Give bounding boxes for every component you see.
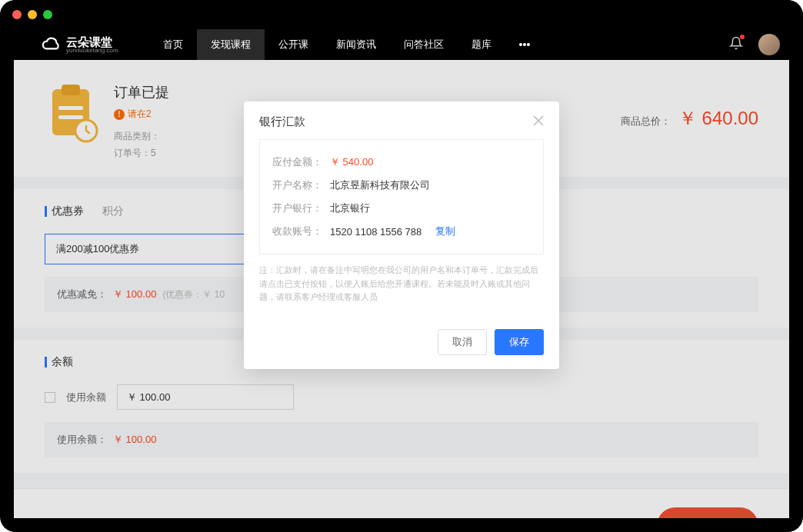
bank-transfer-modal: 银行汇款 应付金额： ￥ 540.00 开户名称： 北京昱新科技有限公司	[244, 101, 559, 369]
account-name-label: 开户名称：	[272, 178, 322, 192]
window-titlebar	[0, 0, 803, 29]
nav-home[interactable]: 首页	[149, 29, 197, 60]
logo[interactable]: 云朵课堂 yunduoketang.com	[42, 35, 118, 55]
app-header: 云朵课堂 yunduoketang.com 首页 发现课程 公开课 新闻资讯 问…	[0, 29, 803, 60]
window-close[interactable]	[12, 10, 22, 19]
modal-note: 注：汇款时，请在备注中写明您在我公司的用户名和本订单号，汇款完成后请点击已支付按…	[259, 264, 544, 304]
amount-value: ￥ 540.00	[330, 155, 373, 169]
logo-subtext: yunduoketang.com	[66, 48, 118, 54]
nav-news[interactable]: 新闻资讯	[322, 29, 390, 60]
amount-label: 应付金额：	[272, 155, 322, 169]
notifications-icon[interactable]	[729, 36, 743, 53]
copy-link[interactable]: 复制	[435, 224, 455, 238]
bank-value: 北京银行	[330, 201, 370, 215]
modal-title: 银行汇款	[259, 115, 305, 129]
bank-info-box: 应付金额： ￥ 540.00 开户名称： 北京昱新科技有限公司 开户银行： 北京…	[259, 139, 544, 254]
account-no-value: 1520 1108 1556 788	[330, 226, 421, 238]
save-button[interactable]: 保存	[495, 329, 544, 355]
window-minimize[interactable]	[28, 10, 37, 19]
main-nav: 首页 发现课程 公开课 新闻资讯 问答社区 题库 •••	[149, 29, 545, 60]
nav-discover-courses[interactable]: 发现课程	[197, 29, 265, 60]
account-name-value: 北京昱新科技有限公司	[330, 178, 430, 192]
modal-close-icon[interactable]	[533, 114, 544, 130]
nav-question-bank[interactable]: 题库	[458, 29, 505, 60]
cancel-button[interactable]: 取消	[438, 329, 487, 355]
modal-overlay[interactable]: 银行汇款 应付金额： ￥ 540.00 开户名称： 北京昱新科技有限公司	[14, 60, 789, 518]
bank-label: 开户银行：	[272, 201, 322, 215]
nav-more[interactable]: •••	[505, 38, 545, 51]
notification-dot	[740, 35, 745, 39]
user-avatar[interactable]	[758, 34, 780, 55]
account-no-label: 收款账号：	[272, 224, 322, 238]
logo-text: 云朵课堂	[66, 36, 118, 48]
nav-open-class[interactable]: 公开课	[265, 29, 322, 60]
window-maximize[interactable]	[43, 10, 52, 19]
nav-qa-community[interactable]: 问答社区	[390, 29, 458, 60]
cloud-logo-icon	[42, 35, 62, 55]
